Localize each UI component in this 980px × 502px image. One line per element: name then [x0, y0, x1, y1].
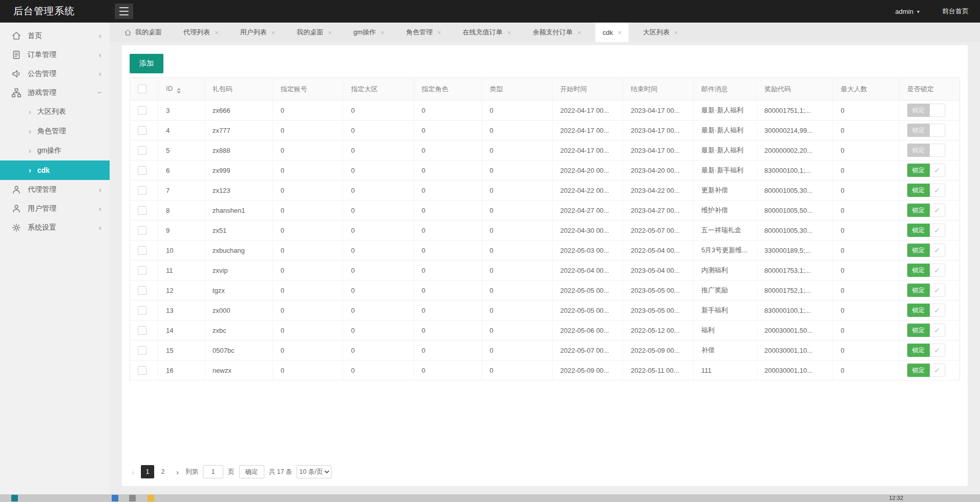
tab-在线充值订单[interactable]: 在线充值订单× — [455, 23, 518, 42]
cell-role: 0 — [414, 140, 482, 160]
tab-用户列表[interactable]: 用户列表× — [233, 23, 283, 42]
cell-region: 0 — [343, 200, 414, 220]
user-menu[interactable]: admin ▾ — [895, 8, 920, 15]
row-checkbox[interactable] — [138, 226, 147, 235]
close-icon[interactable]: × — [577, 29, 581, 36]
tab-gm操作[interactable]: gm操作× — [346, 23, 392, 42]
sidebar-item-代理管理[interactable]: 代理管理‹ — [0, 180, 110, 199]
row-checkbox[interactable] — [138, 166, 147, 175]
sidebar-item-首页[interactable]: 首页‹ — [0, 26, 110, 45]
cell-start: 2022-05-09 00... — [552, 360, 623, 380]
tab-角色管理[interactable]: 角色管理× — [399, 23, 448, 42]
lock-toggle[interactable]: 锁定✓ — [907, 344, 945, 357]
lock-toggle[interactable]: 锁定✓ — [907, 304, 945, 317]
tab-大区列表[interactable]: 大区列表× — [636, 23, 685, 42]
sidebar-subitem-大区列表[interactable]: ›大区列表 — [0, 102, 110, 122]
goto-prefix-label: 到第 — [185, 468, 198, 476]
sidebar-subitem-cdk[interactable]: ›cdk — [0, 160, 110, 180]
lock-toggle[interactable]: 锁定✓ — [907, 184, 945, 197]
cell-reward: 200030001,50... — [757, 320, 833, 340]
row-checkbox[interactable] — [138, 366, 147, 375]
sidebar-item-游戏管理[interactable]: 游戏管理› — [0, 83, 110, 102]
sidebar-item-订单管理[interactable]: 订单管理‹ — [0, 45, 110, 64]
cell-region: 0 — [343, 101, 414, 121]
cell-mail: 111 — [693, 360, 756, 380]
lock-toggle[interactable]: 锁定✓ — [907, 364, 945, 377]
start-icon[interactable] — [11, 495, 18, 501]
cell-max: 0 — [833, 240, 900, 260]
lock-toggle[interactable]: 锁定✓ — [907, 164, 945, 177]
row-checkbox[interactable] — [138, 146, 147, 155]
sort-icon[interactable] — [177, 88, 181, 94]
sidebar-item-系统设置[interactable]: 系统设置‹ — [0, 218, 110, 237]
notes-icon[interactable] — [148, 495, 154, 501]
goto-confirm-button[interactable]: 确定 — [239, 465, 264, 478]
lock-toggle[interactable]: 锁定 — [907, 144, 945, 157]
page-number-1[interactable]: 1 — [141, 465, 154, 478]
cell-type: 0 — [482, 220, 552, 240]
cell-start: 2022-05-05 00... — [552, 300, 623, 320]
row-checkbox[interactable] — [138, 326, 147, 335]
cell-role: 0 — [414, 360, 482, 380]
explorer-icon[interactable] — [129, 495, 136, 501]
tab-我的桌面[interactable]: 我的桌面 — [117, 23, 169, 42]
row-checkbox[interactable] — [138, 286, 147, 295]
close-icon[interactable]: × — [328, 29, 332, 36]
row-checkbox[interactable] — [138, 186, 147, 195]
content-panel: 添加 ID礼包码指定账号指定大区指定角色类型开始时间结束时间邮件消息奖励代码最大… — [122, 45, 968, 486]
close-icon[interactable]: × — [617, 29, 621, 36]
close-icon[interactable]: × — [507, 29, 511, 36]
lock-toggle[interactable]: 锁定 — [907, 124, 945, 137]
table-row: 10zxbuchang00002022-05-03 00...2022-05-0… — [130, 240, 960, 260]
lock-toggle[interactable]: 锁定 — [907, 104, 945, 117]
sidebar-subitem-角色管理[interactable]: ›角色管理 — [0, 122, 110, 141]
row-checkbox[interactable] — [138, 206, 147, 215]
lock-toggle[interactable]: 锁定✓ — [907, 264, 945, 277]
cell-code: zx000 — [204, 300, 273, 320]
close-icon[interactable]: × — [437, 29, 441, 36]
tab-代理列表[interactable]: 代理列表× — [176, 23, 226, 42]
prev-page-icon[interactable]: ‹ — [130, 468, 136, 476]
cell-max: 0 — [833, 180, 900, 200]
cell-end: 2023-04-17 00... — [623, 121, 694, 140]
row-checkbox[interactable] — [138, 246, 147, 255]
chevron-left-icon: ‹ — [99, 204, 101, 213]
close-icon[interactable]: × — [272, 29, 276, 36]
lock-toggle[interactable]: 锁定✓ — [907, 244, 945, 257]
row-checkbox[interactable] — [138, 306, 147, 315]
page-numbers: 12 — [141, 465, 170, 478]
lock-toggle[interactable]: 锁定✓ — [907, 204, 945, 217]
row-checkbox[interactable] — [138, 266, 147, 275]
tab-cdk[interactable]: cdk× — [595, 23, 629, 42]
tab-我的桌面[interactable]: 我的桌面× — [289, 23, 339, 42]
page-size-select[interactable]: 10 条/页 — [297, 465, 331, 478]
cell-end: 2022-05-12 00... — [623, 320, 694, 340]
cell-role: 0 — [414, 101, 482, 121]
frontend-home-link[interactable]: 前台首页 — [942, 7, 969, 16]
row-checkbox[interactable] — [138, 126, 147, 135]
close-icon[interactable]: × — [674, 29, 678, 36]
lock-toggle[interactable]: 锁定✓ — [907, 224, 945, 237]
next-page-icon[interactable]: › — [174, 468, 181, 476]
sidebar-item-公告管理[interactable]: 公告管理‹ — [0, 64, 110, 83]
close-icon[interactable]: × — [381, 29, 385, 36]
add-button[interactable]: 添加 — [130, 54, 163, 73]
settings-icon — [11, 223, 22, 233]
page-number-2[interactable]: 2 — [156, 465, 170, 478]
order-icon — [11, 50, 22, 60]
agent-icon — [11, 185, 22, 195]
goto-page-input[interactable] — [203, 465, 223, 478]
close-icon[interactable]: × — [215, 29, 219, 36]
sidebar-subitem-gm操作[interactable]: ›gm操作 — [0, 141, 110, 160]
table-row: 150507bc00002022-05-07 00...2022-05-09 0… — [130, 340, 960, 360]
hamburger-menu-button[interactable] — [115, 4, 133, 19]
browser-icon[interactable] — [112, 495, 118, 501]
lock-toggle[interactable]: 锁定✓ — [907, 284, 945, 297]
select-all-checkbox[interactable] — [138, 85, 147, 93]
lock-label: 锁定 — [907, 264, 930, 277]
lock-toggle[interactable]: 锁定✓ — [907, 324, 945, 337]
tab-余额支付订单[interactable]: 余额支付订单× — [526, 23, 589, 42]
sidebar-item-用户管理[interactable]: 用户管理‹ — [0, 199, 110, 218]
row-checkbox[interactable] — [138, 346, 147, 355]
row-checkbox[interactable] — [138, 106, 147, 115]
